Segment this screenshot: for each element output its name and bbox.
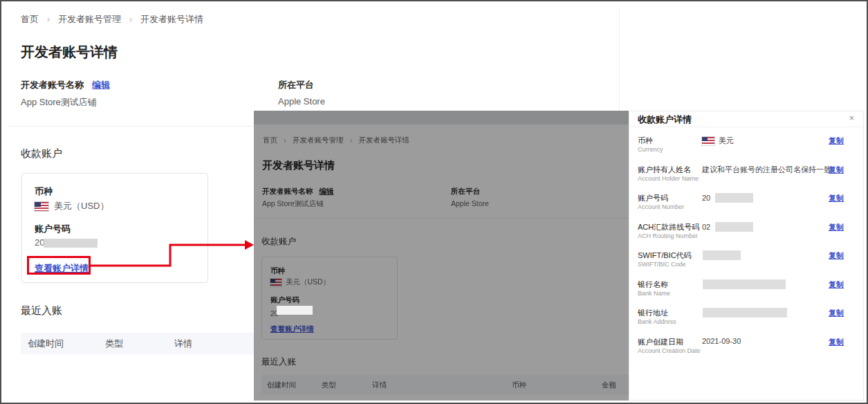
drawer-row: SWIFT/BIC代码SWIFT/BIC Code复制: [629, 249, 863, 278]
account-name-label: 开发者账号名称: [21, 79, 84, 91]
redaction-block: [715, 222, 753, 232]
inner-redaction-block: [277, 306, 313, 315]
inner-us-flag-icon: [270, 279, 281, 286]
breadcrumb-account-management[interactable]: 开发者账号管理: [58, 13, 121, 26]
drawer-row-label: 币种: [638, 136, 653, 146]
copy-link[interactable]: 复制: [829, 193, 844, 203]
copy-link[interactable]: 复制: [829, 279, 844, 290]
content-card-edge: [619, 7, 620, 111]
drawer-row: 币种Currency美元复制: [629, 134, 863, 163]
recent-section-title: 最近入账: [21, 304, 62, 318]
redaction-block: [703, 308, 787, 318]
inner-platform-value: Apple Store: [451, 199, 489, 208]
drawer-row-label: 银行名称: [638, 279, 668, 290]
platform-value: Apple Store: [278, 96, 325, 107]
drawer-row-value: [702, 279, 837, 289]
highlight-red-box: [27, 256, 91, 275]
account-name-value: App Store测试店铺: [21, 96, 97, 109]
redaction-block: [44, 239, 98, 248]
drawer-row-sublabel: ACH Routing Number: [638, 232, 698, 239]
copy-link[interactable]: 复制: [829, 136, 844, 146]
inner-recent-section-title: 最近入账: [261, 356, 296, 368]
drawer-row: 账户持有人姓名Account Holder Name建议和平台账号的注册公司名保…: [629, 163, 863, 192]
inner-dimmed-page: 首页 › 开发者账号管理 › 开发者账号详情 开发者账号详情 开发者账号名称 编…: [254, 111, 629, 401]
inner-section-divider: [254, 218, 629, 219]
drawer-row-sublabel: Bank Name: [638, 290, 670, 297]
inner-breadcrumb: 首页 › 开发者账号管理 › 开发者账号详情: [263, 136, 409, 145]
us-flag-icon: [702, 137, 714, 145]
copy-link[interactable]: 复制: [829, 308, 844, 318]
account-number-label: 账户号码: [35, 223, 71, 235]
page-title: 开发者账号详情: [21, 43, 118, 62]
breadcrumb: 首页 › 开发者账号管理 › 开发者账号详情: [21, 13, 203, 26]
recent-table-header: 创建时间 类型 详情: [21, 333, 254, 354]
breadcrumb-account-detail: 开发者账号详情: [140, 13, 203, 26]
drawer-row-sublabel: Account Creation Date: [638, 347, 701, 354]
copy-link[interactable]: 复制: [829, 165, 844, 175]
inner-payment-section-title: 收款账户: [261, 236, 296, 248]
drawer-row-label: 银行地址: [638, 308, 668, 318]
drawer-row-label: ACH汇款路线号码: [638, 222, 699, 232]
drawer-row-value: [702, 308, 837, 318]
drawer-row-label: 账户号码: [638, 193, 668, 203]
drawer-row-value: 2021-09-30: [702, 337, 837, 345]
drawer-row-sublabel: Currency: [638, 146, 663, 153]
drawer-row-value: [702, 250, 837, 260]
drawer-row: 银行地址Bank Address复制: [629, 306, 863, 336]
drawer-row-label: SWIFT/BIC代码: [638, 250, 692, 261]
copy-link[interactable]: 复制: [829, 337, 844, 347]
drawer-row-label: 账户持有人姓名: [638, 165, 691, 175]
account-number-value: 20: [35, 237, 98, 248]
drawer-row: 银行名称Bank Name复制: [629, 278, 863, 307]
col-type: 类型: [105, 338, 174, 350]
inner-platform-label: 所在平台: [451, 187, 480, 196]
drawer-row-sublabel: Bank Address: [638, 318, 676, 325]
drawer-row-value: 20: [702, 193, 837, 203]
drawer-row-value: 02: [702, 222, 837, 232]
drawer-row-label: 账户创建日期: [638, 337, 683, 347]
inner-recent-table-header: 创建时间 类型 详情 币种 金额: [261, 375, 629, 395]
payment-section-title: 收款账户: [21, 147, 62, 160]
drawer-row-value: 美元: [702, 136, 837, 146]
col-detail: 详情: [174, 338, 243, 350]
drawer-row-sublabel: Account Holder Name: [638, 175, 699, 182]
inner-screenshot: 首页 › 开发者账号管理 › 开发者账号详情 开发者账号详情 开发者账号名称 编…: [254, 111, 864, 401]
account-details-drawer: 收款账户详情 × 币种Currency美元复制账户持有人姓名Account Ho…: [629, 111, 864, 401]
copy-link[interactable]: 复制: [829, 250, 844, 261]
breadcrumb-separator: ›: [129, 15, 132, 24]
breadcrumb-separator: ›: [47, 15, 50, 24]
currency-value: 美元（USD）: [54, 200, 109, 212]
col-created-time: 创建时间: [21, 338, 105, 350]
drawer-row-sublabel: Account Number: [638, 203, 684, 210]
drawer-header: 收款账户详情 ×: [629, 111, 863, 127]
drawer-row-value: 建议和平台账号的注册公司名保持一致: [702, 165, 837, 175]
redaction-block: [703, 279, 786, 289]
drawer-row: 账户创建日期Account Creation Date2021-09-30复制: [629, 336, 863, 365]
inner-account-name-label: 开发者账号名称: [262, 187, 313, 196]
drawer-title: 收款账户详情: [638, 113, 692, 126]
inner-page-background-strip: [254, 111, 629, 125]
breadcrumb-home[interactable]: 首页: [21, 13, 39, 26]
currency-label: 币种: [35, 185, 53, 198]
copy-link[interactable]: 复制: [829, 222, 844, 232]
close-icon[interactable]: ×: [849, 113, 854, 123]
inner-edit-link: 编辑: [320, 187, 334, 196]
inner-account-name-value: App Store测试店铺: [262, 199, 324, 209]
inner-page-title: 开发者账号详情: [262, 159, 335, 172]
redaction-block: [715, 193, 753, 203]
platform-label: 所在平台: [278, 79, 314, 91]
inner-view-account-details-link: 查看账户详情: [270, 324, 314, 334]
drawer-row: ACH汇款路线号码ACH Routing Number02复制: [629, 221, 863, 250]
us-flag-icon: [35, 202, 48, 211]
redaction-block: [703, 250, 741, 260]
screenshot-canvas: 首页 › 开发者账号管理 › 开发者账号详情 开发者账号详情 开发者账号名称 编…: [0, 0, 868, 404]
inner-payment-account-card: 币种 美元（USD） 账户号码 20 查看账户详情: [261, 257, 398, 340]
edit-link[interactable]: 编辑: [92, 79, 110, 91]
drawer-row: 账户号码Account Number20复制: [629, 192, 863, 221]
drawer-row-sublabel: SWIFT/BIC Code: [638, 261, 686, 268]
